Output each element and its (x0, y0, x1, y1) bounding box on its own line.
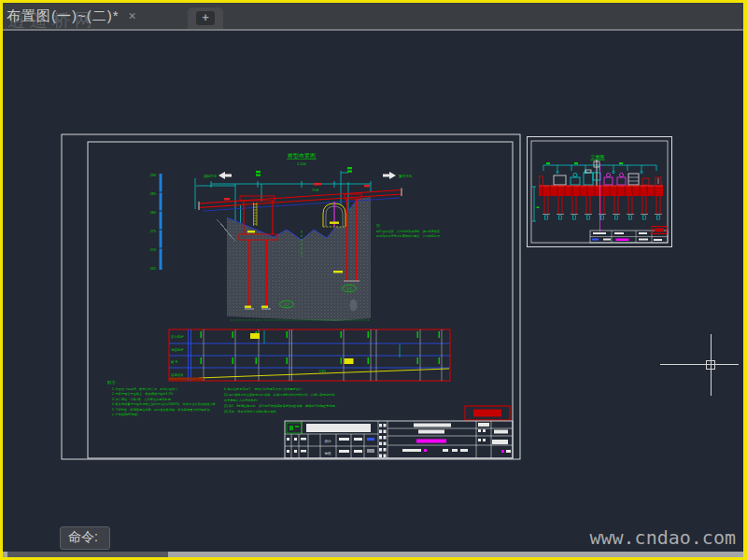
elev-label: 275 (150, 230, 156, 233)
note-line: (3) 其余：详见相关设计说明及施工图纸。 (224, 409, 279, 413)
notes-block: 附注: 1. 本图尺寸除高程、桩号以米计外，余均以厘米计。 2. 本桥平面位于直… (107, 377, 338, 416)
left-arrow-icon (218, 172, 232, 179)
side-note: 注: 既有涵洞位置、尺寸均为实测资料，施工前请核实， 如与实际不符请及时通知设计… (376, 223, 443, 238)
review-mark (367, 438, 374, 441)
detail-piles (543, 196, 662, 219)
elev-label: 270 (150, 248, 156, 252)
scrollbar-thumb[interactable] (7, 552, 168, 557)
project-name-highlight (416, 439, 446, 442)
direction-right-label: 重庆方向 (399, 174, 413, 178)
titleblock-check-label: 审核 (324, 450, 331, 455)
direction-left: 成都方向 (204, 172, 232, 179)
pier-elevation-mark (333, 271, 343, 273)
new-tab-button[interactable]: + (188, 7, 223, 29)
direction-right: 重庆方向 (383, 172, 413, 179)
grade-label: 0.3% (319, 370, 326, 373)
main-title: 桥型布置图 (287, 152, 316, 160)
note-line: 5. 下部构造：桥墩采用柱式墩、钻孔灌注桩基础，桥台采用重力式U型桥台、 (112, 407, 213, 411)
tab-title: 布置图(一)~(二)* (7, 7, 120, 25)
deck-equipment (554, 160, 649, 186)
elev-label: 265 (150, 267, 156, 271)
table-row-label: 坡度坡长 (170, 372, 184, 376)
direction-left-label: 成都方向 (204, 174, 218, 178)
horizontal-scrollbar[interactable] (3, 552, 743, 557)
note-line: (1) 钻孔桩施工时应采取防塌孔措施，并做好泥浆循环处理(外运)，以免污染周边环… (224, 392, 338, 396)
plus-icon: + (196, 11, 215, 25)
detail-drawing[interactable]: 立面图 (526, 135, 673, 249)
app-window: 布置图(一)~(二)* × + 逍遥桥网 (0, 0, 747, 560)
model-space[interactable]: 桥型布置图 1:100 290 285 280 275 270 265 成都 (3, 31, 743, 553)
pile-section-label-left: 2-2 (285, 302, 289, 306)
drawing-title: 桥型布置图 1:100 (287, 152, 317, 166)
right-arrow-icon (383, 172, 396, 179)
note-line: (2) 第2、3号墩柱施工时，须对既有管线采取保护(加固)措施，确保既有设施正常… (224, 403, 338, 407)
watermark-site: www.cndao.com (589, 526, 736, 549)
tab-close-icon[interactable]: × (129, 8, 136, 23)
note-line: 4. 桥台基底置于中风化泥岩上(容许承载力≥500kPa)，基底承载力须经检验合… (112, 402, 218, 406)
main-scale: 1:100 (297, 161, 307, 165)
titleblock-design-label: 设计 (324, 438, 331, 442)
elev-label: 290 (150, 174, 156, 177)
crosshair-pickbox (706, 360, 715, 370)
elev-label: 280 (150, 211, 156, 215)
notes-title: 附注: (107, 380, 117, 385)
boring-log-blob (350, 299, 358, 311)
ground-section (217, 197, 371, 321)
detail-title-block (590, 226, 668, 243)
note-line: 1. 本图尺寸除高程、桩号以米计外，余均以厘米计。 (112, 386, 181, 390)
company-logo (287, 423, 302, 433)
side-note-line: 如与实际不符请及时通知设计单位，共同研究处理。 (376, 233, 443, 238)
drawing-tab[interactable]: 布置图(一)~(二)* × (7, 3, 136, 29)
company-name-block (306, 424, 371, 432)
command-input[interactable]: 命令: (60, 526, 110, 550)
rebar-ladder (254, 203, 258, 226)
table-row-label: 设计高程 (171, 334, 184, 339)
tab-bar: 布置图(一)~(二)* × + (3, 3, 743, 29)
title-block: 设计 审核 (285, 406, 513, 458)
dimension-green-marks (546, 162, 623, 164)
detail-title: 立面图 (591, 154, 605, 161)
note-line: 3. 设计荷载：公路-Ⅰ级，人群荷载按规范取用。 (112, 397, 174, 400)
note-line: 6. 施工注意事项如下，请结合相关规范及设计文件要求执行： (224, 386, 304, 390)
profile-table: 设计高程 地面高程 桩 号 坡度坡长 0.3% (169, 320, 450, 381)
note-line: 2. 本桥平面位于直线上，桥面横坡为双向1.5%。 (112, 392, 176, 396)
detail-left-dim (532, 187, 536, 221)
table-row-label: 地面高程 (170, 348, 184, 352)
table-value-marks (201, 331, 441, 364)
span-dim-text: 79.08 (312, 189, 319, 192)
elevation-scale: 290 285 280 275 270 265 (150, 174, 162, 271)
side-note-title: 注: (376, 223, 381, 228)
crosshair-horizontal (660, 364, 739, 365)
main-drawing[interactable]: 桥型布置图 1:100 290 285 280 275 270 265 成都 (56, 130, 523, 464)
note-line: 扩大基础(明挖基础)。 (112, 413, 141, 416)
note-line: 相关费用计入工程总价内； (224, 398, 260, 401)
elev-label: 285 (150, 192, 156, 196)
pier-number-marks (256, 167, 352, 176)
side-note-line: 既有涵洞位置、尺寸均为实测资料，施工前请核实， (376, 230, 443, 233)
pile-section-label-right: 3-1 (347, 287, 352, 290)
table-row-label: 桩 号 (170, 360, 178, 364)
